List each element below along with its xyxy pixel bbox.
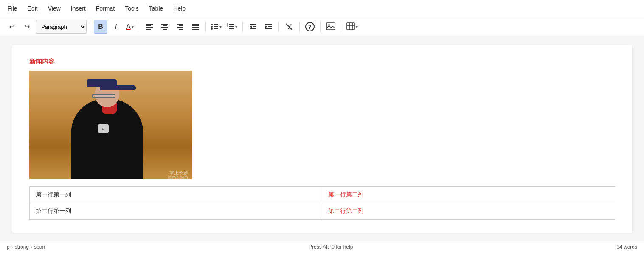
svg-marker-29 [250,25,252,28]
path-p[interactable]: p [7,244,10,250]
undo-button[interactable]: ↩ [5,20,19,34]
align-left-button[interactable]: ​ [143,20,156,34]
menu-format[interactable]: Format [95,3,115,14]
svg-marker-33 [265,25,267,28]
bold-button[interactable]: B [94,20,107,34]
menu-insert[interactable]: Insert [70,3,87,14]
svg-point-16 [211,24,213,25]
table-cell-r1c2[interactable]: 第一行第二列 [322,187,615,203]
table-cell-r1c1[interactable]: 第一行第一列 [29,187,322,203]
clear-format-button[interactable]: 𝐼 [282,20,296,34]
help-button[interactable]: ? [303,20,317,34]
table-row: 第一行第一列 第一行第二列 [29,187,615,203]
cap-brim [100,85,136,90]
insert-table-button[interactable]: ▾ [345,20,360,34]
svg-rect-38 [347,23,354,30]
bold-icon: B [98,23,103,31]
path-span[interactable]: span [34,244,45,250]
table-icon [346,22,355,31]
help-icon: ? [305,22,315,31]
image-icon [326,22,335,31]
menu-table[interactable]: Table [148,3,164,14]
svg-text:3.: 3. [227,27,228,30]
watermark-url: icswb.com [168,175,188,179]
table-row: 第二行第一列 第二行第二列 [29,203,615,220]
menu-help[interactable]: Help [172,3,186,14]
separator-7 [320,22,321,32]
paragraph-style-select[interactable]: Paragraph [36,20,87,34]
help-shortcut-text: Press Alt+0 for help [309,244,353,250]
menu-file[interactable]: File [7,3,18,14]
breadcrumb-path: p › strong › span [7,244,45,250]
bullet-list-button[interactable]: ▾ [209,20,223,34]
separator-6 [299,22,300,32]
outdent-icon [249,23,257,31]
separator-3 [205,22,206,32]
path-separator-2: › [31,244,32,250]
svg-rect-36 [326,23,335,30]
underline-arrow-icon: ▾ [132,25,134,29]
clear-format-icon: 𝐼 [288,23,290,31]
align-justify-button[interactable] [188,20,202,34]
path-strong[interactable]: strong [15,244,29,250]
status-bar: p › strong › span Press Alt+0 for help 3… [0,241,644,252]
svg-point-20 [211,28,213,30]
menu-edit[interactable]: Edit [27,3,39,14]
insert-image-button[interactable] [324,20,337,34]
align-right-button[interactable] [173,20,187,34]
align-center-button[interactable] [158,20,172,34]
separator-8 [341,22,341,32]
align-right-icon [176,23,184,31]
menu-tools[interactable]: Tools [124,3,140,14]
table-cell-r2c2[interactable]: 第二行第二列 [322,203,615,220]
align-justify-icon [191,23,199,31]
glasses [92,94,115,98]
align-left-icon: ​ [146,23,153,31]
news-title: 新闻内容 [29,58,615,66]
word-count: 34 words [616,244,637,250]
svg-point-18 [211,26,213,28]
table-cell-r2c1[interactable]: 第二行第一列 [29,203,322,220]
redo-button[interactable]: ↪ [20,20,34,34]
table-arrow-icon: ▾ [356,25,358,29]
content-table: 第一行第一列 第一行第二列 第二行第一列 第二行第二列 [29,186,615,220]
menu-bar: File Edit View Insert Format Tools Table… [0,0,644,17]
separator-2 [139,22,139,32]
editor-page[interactable]: 新闻内容 Li 掌上长沙 icswb.com [12,45,632,233]
path-separator-1: › [11,244,13,250]
logo: Li [98,124,109,133]
separator-1 [90,22,90,32]
news-image: Li 掌上长沙 icswb.com [29,71,192,179]
separator-5 [278,22,279,32]
numbered-list-button[interactable]: 1.2.3. ▾ [225,20,239,34]
toolbar: ↩ ↪ Paragraph B I A ▾ ​ [0,17,644,36]
editor-container: 新闻内容 Li 掌上长沙 icswb.com [0,36,644,241]
indent-icon [264,23,272,31]
outdent-button[interactable] [246,20,260,34]
numbered-list-arrow-icon: ▾ [235,25,237,29]
italic-button[interactable]: I [109,20,123,34]
underline-button[interactable]: A ▾ [124,20,135,34]
underline-icon: A [126,23,131,31]
align-center-icon [161,23,169,31]
numbered-list-icon: 1.2.3. [227,23,234,31]
separator-4 [242,22,243,32]
bullet-list-icon [211,23,219,31]
italic-icon: I [115,23,117,31]
bullet-list-arrow-icon: ▾ [219,25,222,29]
indent-button[interactable] [262,20,275,34]
menu-view[interactable]: View [47,3,62,14]
